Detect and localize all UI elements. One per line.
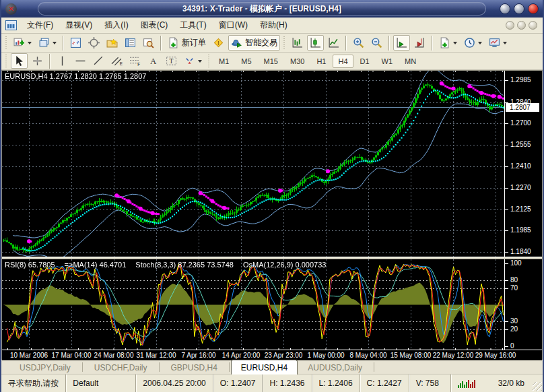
autoscroll-button[interactable] (393, 35, 410, 51)
price-tick-label: 1.2700 (510, 119, 531, 127)
vertical-line-button[interactable] (54, 53, 71, 69)
chevron-down-icon[interactable] (198, 60, 202, 63)
svg-text:E: E (120, 61, 123, 66)
fibonacci-button[interactable]: F (127, 53, 143, 69)
cursor-tool-button[interactable] (11, 53, 28, 69)
indicator-axis[interactable]: 100807030200 (504, 259, 542, 350)
chart-ohlc-header: EURUSD,H4 1.2767 1.2820 1.2765 1.2807 (5, 72, 146, 80)
toolbar-grip[interactable] (283, 36, 286, 50)
menu-help[interactable]: 帮助(H) (254, 18, 294, 32)
indicators-button[interactable] (436, 35, 460, 51)
toolbar-grip[interactable] (5, 55, 8, 68)
child-restore-button[interactable] (517, 21, 526, 30)
titlebar[interactable]: ✕ 34391: X-Trader - 模拟帐户 - [EURUSD,H4] (1, 0, 543, 18)
chart-tabbar: USDJPY,DailyUSDCHF,DailyGBPUSD,H4EURUSD,… (1, 360, 543, 374)
timeframe-MN[interactable]: MN (399, 55, 421, 68)
close-button[interactable] (528, 3, 539, 14)
timeframe-H1[interactable]: H1 (311, 55, 331, 68)
timeframe-M30[interactable]: M30 (285, 55, 310, 68)
chevron-down-icon[interactable] (503, 42, 507, 44)
bar-chart-type-button[interactable] (289, 35, 306, 51)
price-tick-label: 1.2270 (510, 184, 531, 192)
menu-window[interactable]: 窗口(W) (213, 18, 254, 32)
market-watch-button[interactable] (67, 35, 84, 51)
timeframe-M1[interactable]: M1 (213, 55, 234, 68)
timeframe-W1[interactable]: W1 (376, 55, 399, 68)
channel-icon: E (111, 55, 123, 67)
horizontal-line-button[interactable] (72, 53, 89, 69)
chevron-down-icon[interactable] (478, 42, 482, 44)
strategy-tester-button[interactable] (140, 35, 157, 51)
minimize-button[interactable] (500, 3, 510, 14)
terminal-button[interactable] (122, 35, 139, 51)
time-tick-label: 1 May 00:00 (307, 352, 344, 359)
child-minimize-button[interactable] (506, 21, 514, 30)
candlestick-type-button[interactable] (307, 35, 324, 51)
price-axis[interactable]: 1.2807 1.29851.28401.27001.25551.24101.2… (504, 71, 542, 257)
line-chart-type-button[interactable] (325, 35, 342, 51)
expert-advisors-button[interactable]: 智能交易 (228, 35, 280, 51)
zoom-out-button[interactable] (368, 35, 385, 51)
timeframe-H4[interactable]: H4 (333, 55, 353, 68)
arrows-button[interactable] (181, 53, 205, 69)
fibo-icon: F (129, 55, 141, 67)
chart-tab-gbpusdh4[interactable]: GBPUSD,H4 (161, 360, 228, 374)
chevron-down-icon[interactable] (53, 42, 57, 44)
status-profile[interactable]: Default (65, 374, 135, 392)
timeframe-M5[interactable]: M5 (236, 55, 257, 68)
text-a-icon: A (147, 55, 159, 67)
expert-hat-icon (231, 37, 242, 48)
toolbar-separator (432, 36, 433, 51)
chart-shift-button[interactable] (411, 35, 428, 51)
timeframe-M15[interactable]: M15 (259, 55, 283, 68)
text-button[interactable]: A (145, 53, 162, 69)
chart-tab-usdjpydaily[interactable]: USDJPY,Daily (9, 360, 81, 374)
tab-separator (159, 362, 160, 372)
toolbar-separator (49, 54, 50, 69)
price-tick-label: 1.2555 (510, 141, 531, 149)
price-tick-label: 1.2125 (510, 205, 531, 214)
price-tick-label: 1.2410 (510, 162, 531, 170)
periods-button[interactable] (461, 35, 485, 51)
templates-button[interactable] (486, 35, 510, 51)
window-title: 34391: X-Trader - 模拟帐户 - [EURUSD,H4] (182, 3, 341, 15)
chart-tab-audusddaily[interactable]: AUDUSD,Daily (298, 360, 372, 374)
menu-view[interactable]: 显视(V) (59, 18, 98, 32)
resize-grip-icon[interactable] (533, 382, 542, 391)
indicator-canvas[interactable] (2, 259, 504, 350)
toolbar-grip[interactable] (5, 36, 8, 50)
menu-file[interactable]: 文件(F) (21, 18, 59, 32)
label-t-icon: T (166, 55, 177, 67)
child-close-button[interactable] (529, 21, 537, 30)
new-chart-button[interactable] (11, 35, 34, 51)
tab-separator (374, 362, 374, 372)
indicator-label: Stoch(8,3,3) 87.2365 73.5748 (135, 261, 234, 269)
metaeditor-button[interactable]: ! (210, 35, 227, 51)
toolbar-grip[interactable] (207, 55, 211, 68)
data-window-button[interactable] (86, 35, 102, 51)
time-axis[interactable]: 10 Mar 200617 Mar 04:0024 Mar 08:0031 Ma… (2, 350, 542, 360)
zoom-in-button[interactable] (350, 35, 367, 51)
toolbar-separator (63, 36, 64, 51)
status-help: 寻求帮助,请按 (1, 374, 65, 392)
timeframe-D1[interactable]: D1 (355, 55, 375, 68)
app-icon[interactable]: ✕ (5, 3, 17, 15)
chevron-down-icon[interactable] (453, 42, 457, 44)
text-label-button[interactable]: T (163, 53, 180, 69)
profiles-button[interactable] (36, 35, 59, 51)
chart-tab-eurusdh4[interactable]: EURUSD,H4 (231, 360, 298, 374)
svg-text:!: ! (217, 40, 219, 46)
navigator-button[interactable] (104, 35, 121, 51)
menu-insert[interactable]: 插入(I) (98, 18, 134, 32)
menu-charts[interactable]: 图表(C) (135, 18, 174, 32)
new-order-button[interactable]: 新订单 (165, 35, 209, 51)
chevron-down-icon[interactable] (28, 42, 32, 44)
price-tick-label: 1.1840 (510, 248, 531, 256)
main-chart-canvas[interactable] (2, 71, 504, 257)
chart-tab-usdchfdaily[interactable]: USDCHF,Daily (84, 360, 158, 374)
trendline-button[interactable] (90, 53, 107, 69)
menu-tools[interactable]: 工具(T) (174, 18, 212, 32)
maximize-button[interactable] (514, 3, 524, 14)
equidistant-channel-button[interactable]: E (108, 53, 125, 69)
crosshair-tool-button[interactable] (29, 53, 46, 69)
